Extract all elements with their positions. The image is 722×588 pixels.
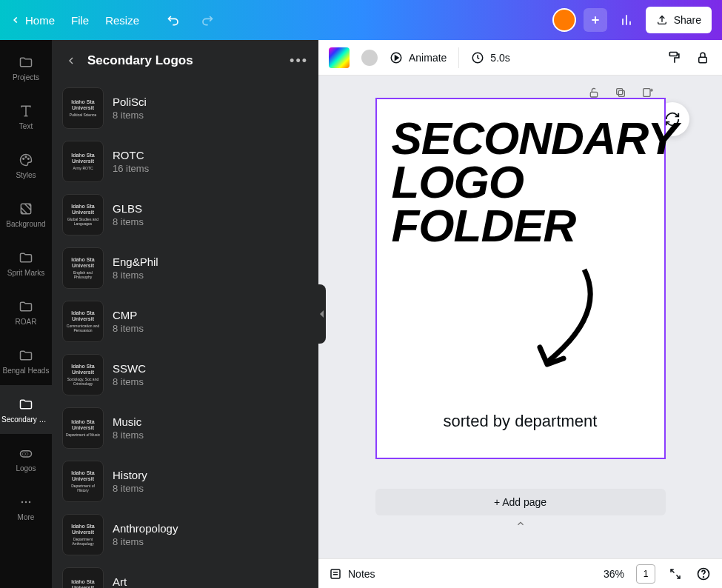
color-picker-button[interactable]: [329, 47, 350, 68]
add-member-button[interactable]: [584, 8, 607, 32]
home-button[interactable]: Home: [10, 14, 55, 27]
panel-back-button[interactable]: [62, 52, 80, 70]
timing-button[interactable]: 5.0s: [471, 51, 509, 64]
chevron-left-icon: [10, 15, 21, 25]
rail-item-logos[interactable]: CO.Logos: [0, 434, 52, 483]
canvas-footer: Notes 36% 1: [318, 558, 722, 588]
rail-item-background[interactable]: Background: [0, 190, 52, 238]
rail-item-text[interactable]: Text: [0, 92, 52, 141]
canvas-stage[interactable]: Secondary Logo Folder sorted by departme…: [318, 76, 722, 558]
redo-button[interactable]: [195, 9, 218, 31]
rail-item-projects[interactable]: Projects: [0, 43, 52, 92]
svg-rect-28: [617, 89, 623, 95]
text-icon: [18, 103, 34, 119]
folder-item[interactable]: Idaho Sta Universit Department of Histor…: [62, 455, 308, 508]
folder-list[interactable]: Idaho Sta Universit Political Science Po…: [52, 81, 318, 588]
page-strip-expand[interactable]: [507, 518, 534, 529]
curved-arrow-graphic[interactable]: [525, 262, 614, 381]
avatar[interactable]: [552, 8, 576, 32]
page-subtitle[interactable]: sorted by department: [377, 412, 664, 431]
folder-icon: [18, 250, 34, 266]
header-history-icons: [163, 9, 218, 31]
toolbar-divider: [458, 47, 459, 68]
share-button[interactable]: Share: [646, 7, 712, 33]
folder-meta: GLBS 8 items: [113, 202, 144, 227]
rail-item-roar[interactable]: ROAR: [0, 287, 52, 336]
folder-count: 8 items: [113, 376, 146, 387]
rail-item-bengal-heads[interactable]: Bengal Heads: [0, 336, 52, 385]
add-page-icon: [641, 87, 653, 98]
svg-point-8: [23, 158, 24, 159]
page-count-button[interactable]: 1: [636, 564, 655, 584]
rail-item-sprit-marks[interactable]: Sprit Marks: [0, 238, 52, 287]
resize-menu[interactable]: Resize: [105, 14, 139, 27]
rail-item-secondary-l-[interactable]: Secondary L…: [0, 385, 52, 434]
canvas-toolbar: Animate 5.0s: [318, 40, 722, 76]
transparency-button[interactable]: [361, 50, 378, 66]
panel-header: Secondary Logos •••: [52, 40, 318, 81]
folder-name: Anthropology: [113, 522, 178, 535]
undo-icon: [167, 13, 181, 27]
folder-count: 8 items: [113, 536, 178, 547]
palette-icon: [18, 152, 34, 168]
format-painter-button[interactable]: [666, 49, 683, 67]
notes-button[interactable]: Notes: [329, 567, 375, 581]
share-label: Share: [674, 14, 701, 26]
folder-item[interactable]: Idaho Sta Universit Department Art 6 ite…: [62, 561, 308, 588]
folder-item[interactable]: Idaho Sta Universit Communication and Pe…: [62, 295, 308, 348]
fullscreen-icon: [669, 567, 682, 581]
folder-count: 16 items: [113, 163, 149, 174]
design-page[interactable]: Secondary Logo Folder sorted by departme…: [375, 98, 666, 459]
folder-meta: History 8 items: [113, 469, 147, 494]
folder-item[interactable]: Idaho Sta Universit Army ROTC ROTC 16 it…: [62, 135, 308, 188]
folder-item[interactable]: Idaho Sta Universit Political Science Po…: [62, 81, 308, 135]
more-icon: [18, 494, 34, 510]
file-menu[interactable]: File: [71, 14, 89, 27]
animate-label: Animate: [409, 52, 447, 64]
panel-more-button[interactable]: •••: [290, 53, 308, 69]
folder-thumbnail: Idaho Sta Universit Department of Histor…: [62, 461, 104, 502]
folder-count: 8 items: [113, 110, 147, 121]
folder-count: 8 items: [113, 430, 144, 441]
folder-name: Music: [113, 415, 144, 428]
svg-point-38: [703, 576, 704, 577]
page-title-line1[interactable]: Secondary: [392, 117, 649, 161]
svg-point-20: [29, 501, 31, 503]
roller-icon: [667, 50, 682, 65]
page-title-line2[interactable]: Logo: [392, 161, 649, 204]
rail-item-styles[interactable]: Styles: [0, 141, 52, 190]
plus-icon: [589, 14, 601, 26]
rail-label: Logos: [1, 464, 50, 472]
rail-label: Background: [1, 220, 50, 228]
lock-button[interactable]: [694, 49, 712, 67]
folder-thumbnail: Idaho Sta Universit Department of Music: [62, 407, 104, 449]
app-header: Home File Resize Share: [0, 0, 722, 40]
folder-item[interactable]: Idaho Sta Universit English and Philosop…: [62, 241, 308, 295]
fullscreen-button[interactable]: [667, 566, 683, 582]
folder-item[interactable]: Idaho Sta Universit Global Studies and L…: [62, 188, 308, 241]
lock-icon: [696, 51, 709, 64]
rail-label: ROAR: [1, 318, 50, 326]
help-button[interactable]: [695, 566, 712, 582]
rail-item-more[interactable]: More: [0, 483, 52, 532]
rail-label: More: [1, 513, 50, 521]
svg-rect-27: [618, 90, 624, 96]
zoom-level[interactable]: 36%: [604, 568, 624, 580]
svg-rect-26: [590, 92, 597, 97]
svg-point-18: [21, 501, 24, 503]
clock-icon: [471, 51, 484, 64]
header-right: Share: [552, 7, 712, 33]
add-page-button[interactable]: + Add page: [375, 489, 666, 515]
toolbar-right: [666, 49, 712, 67]
folder-item[interactable]: Idaho Sta Universit Department of Music …: [62, 401, 308, 455]
page-title-line3[interactable]: Folder: [392, 204, 649, 248]
folder-item[interactable]: Idaho Sta Universit Department Anthropol…: [62, 508, 308, 561]
folder-icon: [18, 298, 34, 315]
folder-meta: Art 6 items: [113, 575, 144, 588]
home-label: Home: [25, 14, 55, 27]
chevron-up-icon: [515, 518, 526, 529]
insights-button[interactable]: [615, 8, 638, 32]
undo-button[interactable]: [163, 9, 185, 31]
folder-item[interactable]: Idaho Sta Universit Sociology, Soc and C…: [62, 348, 308, 401]
animate-button[interactable]: Animate: [390, 51, 447, 64]
